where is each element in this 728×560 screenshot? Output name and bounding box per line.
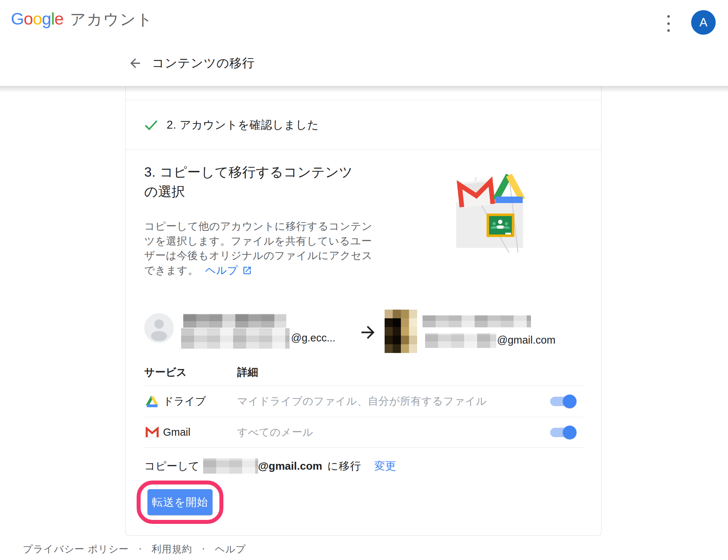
start-transfer-button[interactable]: 転送を開始 bbox=[147, 489, 213, 515]
gmail-illustration bbox=[457, 179, 495, 208]
service-row-gmail: Gmail すべてのメール bbox=[144, 417, 583, 448]
source-email-suffix: @g.ecc... bbox=[291, 332, 335, 344]
destination-email-suffix: @gmail.com bbox=[258, 460, 322, 472]
redacted-source-email bbox=[181, 328, 290, 349]
drive-toggle[interactable] bbox=[550, 397, 575, 406]
footer-separator: ・ bbox=[200, 544, 208, 555]
change-link[interactable]: 変更 bbox=[374, 459, 396, 474]
classroom-illustration bbox=[487, 214, 514, 237]
step3-description-text: コピーして他のアカウントに移行するコンテンツを選択します。ファイルを共有している… bbox=[144, 220, 373, 276]
toggle-thumb bbox=[563, 426, 577, 439]
annotation-highlight-ring: 転送を開始 bbox=[137, 481, 223, 524]
target-email-suffix: @gmail.com bbox=[497, 334, 556, 346]
toggle-thumb bbox=[563, 395, 577, 408]
step2-row: 2. アカウントを確認しました bbox=[126, 100, 601, 150]
page-title: コンテンツの移行 bbox=[152, 55, 255, 72]
logo-letter: l bbox=[51, 9, 54, 29]
photo-avatar-blurred bbox=[385, 310, 417, 353]
back-arrow-icon bbox=[128, 56, 142, 70]
subheader: コンテンツの移行 bbox=[127, 55, 255, 72]
product-name: アカウント bbox=[70, 9, 153, 30]
footer: プライバシー ポリシー ・ 利用規約 ・ ヘルプ bbox=[23, 543, 246, 556]
step3-description: コピーして他のアカウントに移行するコンテンツを選択します。ファイルを共有している… bbox=[144, 219, 382, 277]
logo-letter: e bbox=[54, 9, 63, 29]
destination-row: コピーして @gmail.com に移行 変更 bbox=[144, 455, 583, 477]
account-avatar[interactable]: A bbox=[691, 10, 716, 35]
services-illustration bbox=[455, 167, 531, 253]
logo-letter: g bbox=[42, 9, 51, 29]
google-logo: G o o g l e アカウント bbox=[11, 9, 153, 30]
logo-letter: o bbox=[24, 9, 33, 29]
step3-title: 3. コピーして移行するコンテンツの選択 bbox=[144, 163, 365, 201]
app-bar: G o o g l e アカウント A コンテンツの移行 bbox=[0, 0, 728, 86]
service-name: ドライブ bbox=[163, 394, 206, 409]
destination-suffix: に移行 bbox=[327, 459, 361, 474]
destination-prefix: コピーして bbox=[144, 459, 200, 474]
redacted-source-name bbox=[183, 314, 286, 328]
redacted-target-name bbox=[423, 315, 531, 327]
back-button[interactable] bbox=[127, 55, 143, 71]
kebab-menu-icon[interactable] bbox=[663, 13, 674, 34]
redacted-destination-email bbox=[203, 458, 258, 474]
footer-separator: ・ bbox=[136, 544, 145, 555]
kebab-dot bbox=[667, 29, 670, 32]
privacy-policy-link[interactable]: プライバシー ポリシー bbox=[23, 543, 129, 556]
drive-icon bbox=[145, 395, 159, 408]
logo-letter: o bbox=[33, 9, 42, 29]
service-name: Gmail bbox=[163, 426, 190, 438]
logo-letter: G bbox=[11, 9, 24, 29]
default-avatar-icon bbox=[144, 313, 174, 343]
arrow-right-icon bbox=[358, 323, 378, 342]
accounts-row: @g.ecc... @gmail.com bbox=[144, 308, 583, 359]
step2-label: 2. アカウントを確認しました bbox=[167, 117, 319, 133]
external-link-icon[interactable] bbox=[242, 266, 252, 275]
help-link[interactable]: ヘルプ bbox=[205, 264, 238, 276]
terms-link[interactable]: 利用規約 bbox=[152, 543, 192, 556]
service-detail: すべてのメール bbox=[237, 425, 313, 440]
kebab-dot bbox=[667, 15, 670, 18]
redacted-target-email bbox=[425, 333, 496, 348]
column-service: サービス bbox=[144, 365, 187, 380]
service-row-drive: ドライブ マイドライブのファイル、自分が所有するファイル bbox=[144, 386, 583, 417]
gmail-icon bbox=[145, 427, 159, 438]
column-detail: 詳細 bbox=[237, 365, 258, 380]
help-footer-link[interactable]: ヘルプ bbox=[215, 543, 246, 556]
services-table-header: サービス 詳細 bbox=[144, 362, 583, 385]
check-icon bbox=[144, 119, 158, 131]
scroll-shadow bbox=[0, 86, 728, 92]
kebab-dot bbox=[667, 22, 670, 25]
transfer-card: 2. アカウントを確認しました 3. コピーして移行するコンテンツの選択 コピー… bbox=[125, 86, 601, 536]
service-detail: マイドライブのファイル、自分が所有するファイル bbox=[237, 394, 487, 409]
drive-illustration bbox=[495, 175, 523, 200]
gmail-toggle[interactable] bbox=[550, 428, 575, 437]
